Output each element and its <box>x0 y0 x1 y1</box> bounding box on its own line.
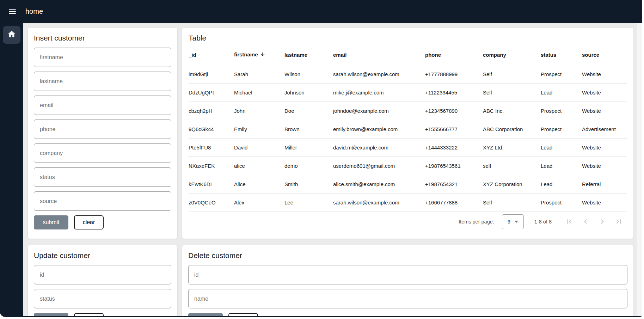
chevron-right-icon <box>598 217 607 226</box>
cell-lastname: Miller <box>284 138 333 157</box>
cell-phone: +1987654321 <box>425 175 483 193</box>
cell-phone: +1777888999 <box>425 65 483 83</box>
cell-lastname: Lee <box>284 193 333 211</box>
insert-email-input[interactable] <box>34 96 171 115</box>
chevron-left-icon <box>581 217 590 226</box>
insert-source-input[interactable] <box>34 191 171 211</box>
column-header-phone[interactable]: phone <box>425 45 483 65</box>
menu-icon[interactable] <box>4 4 20 20</box>
table-row: DdzUgQPIMichaelJohnsonmike.j@example.com… <box>189 83 627 102</box>
app-window: home Insert customer submit clear Table <box>0 0 642 317</box>
column-header-id[interactable]: _id <box>189 45 234 65</box>
delete-name-input[interactable] <box>188 289 627 308</box>
column-header-source[interactable]: source <box>582 45 627 65</box>
table-paginator: Items per page: 9 1-8 of 8 <box>189 211 627 232</box>
insert-phone-input[interactable] <box>34 119 171 139</box>
cell-phone: +1444333222 <box>425 138 483 157</box>
update-customer-title: Update customer <box>34 251 171 260</box>
column-header-company[interactable]: company <box>483 45 541 65</box>
vertical-scrollbar[interactable] <box>637 23 642 316</box>
cell-company: Self <box>483 83 541 102</box>
update-submit-button[interactable]: submit <box>34 313 68 316</box>
column-header-label: phone <box>425 52 441 58</box>
cell-email: mike.j@example.com <box>333 83 425 102</box>
cell-company: XYZ Ltd. <box>483 138 541 157</box>
column-header-email[interactable]: email <box>333 45 425 65</box>
cell-source: Website <box>582 138 627 157</box>
cell-firstname: Alice <box>234 175 284 193</box>
cell-source: Website <box>582 83 627 102</box>
first-page-icon <box>565 217 574 226</box>
insert-customer-title: Insert customer <box>34 34 171 42</box>
page-size-value: 9 <box>508 219 510 225</box>
update-clear-button[interactable]: clear <box>74 313 104 316</box>
insert-customer-form <box>34 48 171 211</box>
top-navbar: home <box>0 0 642 23</box>
column-header-label: source <box>582 52 599 58</box>
cell-id: Pte5fFU8 <box>189 138 234 157</box>
column-header-status[interactable]: status <box>541 45 582 65</box>
cell-firstname: Michael <box>234 83 284 102</box>
page-range-label: 1-8 of 8 <box>534 219 552 225</box>
cell-source: Referral <box>582 175 627 193</box>
column-header-label: _id <box>189 52 196 58</box>
table-row: 9Q6cGk44EmilyBrownemily.brown@example.co… <box>189 120 627 138</box>
cell-email: sarah.wilson@example.com <box>333 193 425 211</box>
insert-company-input[interactable] <box>34 143 171 163</box>
cell-source: Advertisement <box>582 120 627 138</box>
update-id-input[interactable] <box>34 265 171 284</box>
previous-page-button[interactable] <box>577 213 594 230</box>
delete-customer-title: Delete customer <box>188 251 627 260</box>
insert-lastname-input[interactable] <box>34 72 171 91</box>
table-row: im9dGtjiSarahWilsonsarah.wilson@example.… <box>189 65 627 83</box>
page-title: home <box>25 7 43 16</box>
delete-id-input[interactable] <box>188 265 627 284</box>
cell-firstname: Emily <box>234 120 284 138</box>
insert-clear-button[interactable]: clear <box>74 215 104 229</box>
cell-firstname: Sarah <box>234 65 284 83</box>
cell-status: Lead <box>541 83 582 102</box>
column-header-firstname[interactable]: firstname <box>234 45 284 65</box>
cell-email: alice.smith@example.com <box>333 175 425 193</box>
insert-customer-card: Insert customer submit clear <box>28 28 177 239</box>
cell-source: Website <box>582 157 627 175</box>
last-page-button[interactable] <box>611 213 627 230</box>
first-page-button[interactable] <box>561 213 577 230</box>
column-header-lastname[interactable]: lastname <box>284 45 333 65</box>
delete-submit-button[interactable]: submit <box>188 313 223 316</box>
cell-lastname: Smith <box>284 175 333 193</box>
update-customer-form <box>34 265 171 308</box>
cell-firstname: Alex <box>234 193 284 211</box>
cell-source: Website <box>582 102 627 120</box>
insert-firstname-input[interactable] <box>34 48 171 67</box>
insert-status-input[interactable] <box>34 167 171 187</box>
column-header-label: email <box>333 52 346 58</box>
cell-id: cbzqh2pH <box>189 102 234 120</box>
cell-company: self <box>483 157 541 175</box>
cell-phone: +1555666777 <box>425 120 483 138</box>
cell-status: Prospect <box>541 102 582 120</box>
cell-firstname: David <box>234 138 284 157</box>
update-status-input[interactable] <box>34 289 171 308</box>
next-page-button[interactable] <box>594 213 611 230</box>
cell-status: Lead <box>541 138 582 157</box>
cell-firstname: alice <box>234 157 284 175</box>
sidebar <box>0 23 23 316</box>
home-icon <box>7 30 16 40</box>
cell-phone: +1234567890 <box>425 102 483 120</box>
page-size-select[interactable]: 9 <box>502 214 524 229</box>
cell-lastname: Wilson <box>284 65 333 83</box>
cell-phone: +1666777888 <box>425 193 483 211</box>
update-customer-card: Update customer submit clear <box>28 245 177 316</box>
sidebar-item-home[interactable] <box>3 26 20 44</box>
cell-lastname: Doe <box>284 102 333 120</box>
delete-clear-button[interactable]: clear <box>228 313 258 316</box>
cell-company: ABC Inc. <box>483 102 541 120</box>
cell-id: 9Q6cGk44 <box>189 120 234 138</box>
insert-submit-button[interactable]: submit <box>34 215 68 229</box>
sort-arrow-down-icon <box>260 51 265 58</box>
delete-customer-card: Delete customer submit clear <box>182 245 633 316</box>
table-title: Table <box>189 34 627 42</box>
cell-company: XYZ Corporation <box>483 175 541 193</box>
cell-lastname: Johnson <box>284 83 333 102</box>
